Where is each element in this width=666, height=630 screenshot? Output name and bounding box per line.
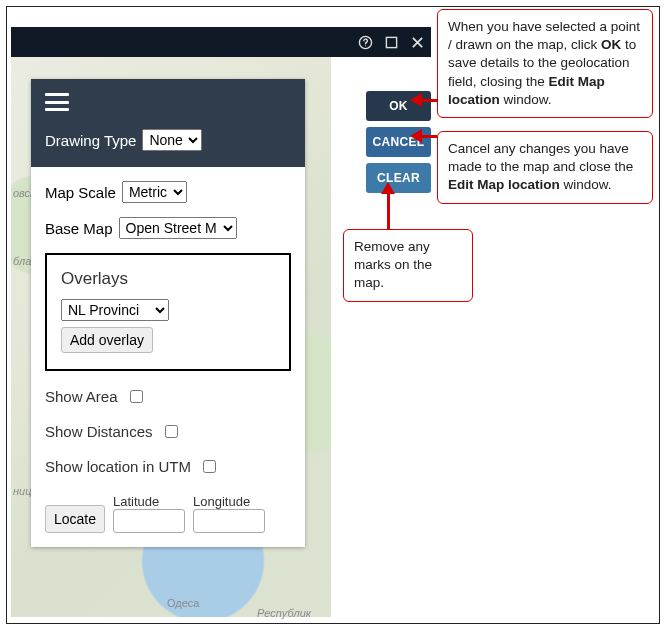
arrow-to-clear <box>387 187 390 229</box>
coordinate-row: Locate Latitude Longitude <box>45 494 291 533</box>
app-frame: овська бласть ницька Одеса Республик OK … <box>6 6 660 624</box>
hamburger-menu-icon[interactable] <box>45 93 69 111</box>
show-area-label: Show Area <box>45 388 118 405</box>
callout-ok: When you have selected a point / drawn o… <box>437 9 653 118</box>
map-scale-select[interactable]: Metric <box>122 181 187 203</box>
show-utm-label: Show location in UTM <box>45 458 191 475</box>
svg-rect-2 <box>386 37 396 47</box>
locate-button[interactable]: Locate <box>45 505 105 533</box>
window-titlebar <box>11 27 431 57</box>
show-distances-checkbox[interactable] <box>165 425 178 438</box>
clear-button[interactable]: CLEAR <box>366 163 431 193</box>
latitude-input[interactable] <box>113 509 185 533</box>
map-scale-label: Map Scale <box>45 184 116 201</box>
callout-clear: Remove any marks on the map. <box>343 229 473 302</box>
overlays-select[interactable]: NL Provinci <box>61 299 169 321</box>
overlays-heading: Overlays <box>61 269 275 289</box>
drawing-type-select[interactable]: None <box>142 129 202 151</box>
show-distances-label: Show Distances <box>45 423 153 440</box>
longitude-label: Longitude <box>193 494 265 509</box>
panel-header: Drawing Type None <box>31 79 305 167</box>
help-circle-icon[interactable] <box>357 34 373 50</box>
callout-cancel: Cancel any changes you have made to the … <box>437 131 653 204</box>
base-map-select[interactable]: Open Street M <box>119 217 237 239</box>
show-area-checkbox[interactable] <box>130 390 143 403</box>
window-square-icon[interactable] <box>383 34 399 50</box>
longitude-input[interactable] <box>193 509 265 533</box>
close-x-icon[interactable] <box>409 34 425 50</box>
show-utm-checkbox[interactable] <box>203 460 216 473</box>
base-map-label: Base Map <box>45 220 113 237</box>
arrow-to-ok <box>415 99 437 102</box>
action-button-column: OK CANCEL CLEAR <box>331 57 431 193</box>
overlays-group: Overlays NL Provinci Add overlay <box>45 253 291 371</box>
arrow-to-cancel <box>415 135 437 138</box>
svg-point-1 <box>364 45 365 46</box>
add-overlay-button[interactable]: Add overlay <box>61 327 153 353</box>
drawing-type-label: Drawing Type <box>45 132 136 149</box>
map-settings-panel: Drawing Type None Map Scale Metric Base … <box>31 79 305 547</box>
latitude-label: Latitude <box>113 494 185 509</box>
